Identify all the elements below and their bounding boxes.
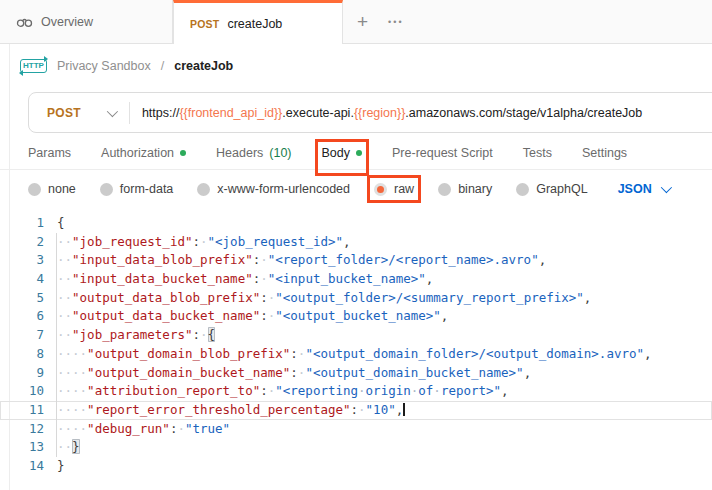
radio-icon xyxy=(28,183,41,196)
code-content: ····"output_domain_bucket_name":·"<outpu… xyxy=(44,364,531,383)
green-status-dot xyxy=(356,150,362,156)
code-line[interactable]: 7··"job_parameters":·{ xyxy=(0,326,712,345)
code-token: "output_data_bucket_name" xyxy=(72,308,260,323)
code-token: ·· xyxy=(57,290,72,305)
body-type-row: noneform-datax-www-form-urlencodedrawbin… xyxy=(0,170,712,206)
code-token: · xyxy=(433,383,441,398)
code-token: ···· xyxy=(57,346,87,361)
code-content: ····"debug_run":·"true" xyxy=(44,420,230,439)
code-token: { xyxy=(57,215,65,230)
code-token: , xyxy=(644,346,652,361)
new-tab-icon[interactable]: + xyxy=(357,12,368,31)
url-input[interactable]: https://{{frontend_api_id}}.execute-api.… xyxy=(142,106,712,120)
radio-icon xyxy=(438,183,451,196)
request-tab-headers[interactable]: Headers(10) xyxy=(216,146,291,169)
code-token: · xyxy=(260,271,268,286)
code-line[interactable]: 11····"report_error_threshold_percentage… xyxy=(0,401,712,420)
code-token: , xyxy=(539,252,547,267)
url-divider xyxy=(129,102,130,124)
breadcrumb-collection[interactable]: Privacy Sandbox xyxy=(57,59,151,73)
code-line[interactable]: 9····"output_domain_bucket_name":·"<outp… xyxy=(0,364,712,383)
code-content: ··"input_data_blob_prefix":·"<report_fol… xyxy=(44,251,546,270)
line-number: 1 xyxy=(0,214,44,233)
line-number: 2 xyxy=(0,233,44,252)
request-tab-settings[interactable]: Settings xyxy=(582,146,627,169)
request-tab-label: Tests xyxy=(523,146,552,160)
code-line[interactable]: 1{ xyxy=(0,214,712,233)
line-number: 12 xyxy=(0,420,44,439)
line-number: 7 xyxy=(0,326,44,345)
body-type-form-data[interactable]: form-data xyxy=(100,182,174,196)
text-cursor xyxy=(403,403,405,416)
code-token: "true" xyxy=(185,421,230,436)
code-token: "job_request_id" xyxy=(72,234,192,249)
line-number: 8 xyxy=(0,345,44,364)
request-tab-tests[interactable]: Tests xyxy=(523,146,552,169)
body-type-raw[interactable]: raw xyxy=(374,182,414,196)
code-token: ···· xyxy=(57,383,87,398)
tab-overview[interactable]: Overview xyxy=(0,0,173,43)
code-token: : xyxy=(351,402,359,417)
code-token: ·· xyxy=(57,271,72,286)
body-type-label: raw xyxy=(394,182,414,196)
code-content: ··"output_data_blob_prefix":·"<output_fo… xyxy=(44,289,591,308)
body-editor[interactable]: 1{2··"job_request_id":·"<job_request_id>… xyxy=(0,206,712,476)
code-token: : xyxy=(192,234,200,249)
code-line[interactable]: 10····"attribution_report_to":·"<reporti… xyxy=(0,382,712,401)
body-type-graphql[interactable]: GraphQL xyxy=(516,182,587,196)
more-options-icon[interactable]: ••• xyxy=(388,17,403,27)
method-dropdown[interactable]: POST xyxy=(29,106,129,120)
body-type-label: binary xyxy=(458,182,492,196)
code-token: · xyxy=(260,252,268,267)
body-type-binary[interactable]: binary xyxy=(438,182,492,196)
code-line[interactable]: 5··"output_data_blob_prefix":·"<output_f… xyxy=(0,289,712,308)
code-content: } xyxy=(44,457,65,476)
overview-icon xyxy=(16,15,33,29)
url-segment: .execute-api. xyxy=(282,106,354,120)
line-number: 6 xyxy=(0,307,44,326)
method-label: POST xyxy=(47,106,81,120)
language-dropdown[interactable]: JSON xyxy=(618,182,669,196)
code-token: "<output_folder>/<summary_report_prefix>… xyxy=(275,290,584,305)
radio-icon xyxy=(374,183,387,196)
code-token: : xyxy=(260,290,268,305)
body-type-label: none xyxy=(48,182,76,196)
code-content: ··"input_data_bucket_name":·"<input_buck… xyxy=(44,270,433,289)
code-line[interactable]: 13··} xyxy=(0,438,712,457)
code-token: : xyxy=(260,308,268,323)
code-line[interactable]: 6··"output_data_bucket_name":·"<output_b… xyxy=(0,307,712,326)
code-line[interactable]: 3··"input_data_blob_prefix":·"<report_fo… xyxy=(0,251,712,270)
line-number: 13 xyxy=(0,438,44,457)
request-tab-label: Headers xyxy=(216,146,263,160)
tab-createjob[interactable]: POST createJob xyxy=(173,0,343,44)
radio-icon xyxy=(516,183,529,196)
code-content: ··} xyxy=(44,438,80,457)
indent-guide xyxy=(56,233,57,457)
code-line[interactable]: 4··"input_data_bucket_name":·"<input_buc… xyxy=(0,270,712,289)
breadcrumb: HTTP Privacy Sandbox / createJob xyxy=(0,44,712,88)
code-content: ··"output_data_bucket_name":·"<output_bu… xyxy=(44,307,448,326)
code-content: ··"job_request_id":·"<job_request_id>", xyxy=(44,233,351,252)
radio-icon xyxy=(197,183,210,196)
line-number: 9 xyxy=(0,364,44,383)
code-line[interactable]: 8····"output_domain_blob_prefix":·"<outp… xyxy=(0,345,712,364)
code-line[interactable]: 2··"job_request_id":·"<job_request_id>", xyxy=(0,233,712,252)
request-tab-body[interactable]: Body xyxy=(322,146,363,169)
chevron-down-icon xyxy=(107,105,118,116)
request-tab-authorization[interactable]: Authorization xyxy=(101,146,186,169)
code-token: ·· xyxy=(57,327,72,342)
code-token: · xyxy=(177,421,185,436)
code-token: { xyxy=(208,327,216,342)
request-tab-params[interactable]: Params xyxy=(28,146,71,169)
code-token: , xyxy=(343,234,351,249)
code-token: , xyxy=(584,290,592,305)
chevron-down-icon xyxy=(660,182,671,193)
code-token: } xyxy=(57,458,65,473)
body-type-x-www-form-urlencoded[interactable]: x-www-form-urlencoded xyxy=(197,182,350,196)
line-number: 14 xyxy=(0,457,44,476)
code-line[interactable]: 14} xyxy=(0,457,712,476)
body-type-label: form-data xyxy=(120,182,174,196)
body-type-none[interactable]: none xyxy=(28,182,76,196)
request-tab-pre-request-script[interactable]: Pre-request Script xyxy=(392,146,493,169)
code-line[interactable]: 12····"debug_run":·"true" xyxy=(0,420,712,439)
